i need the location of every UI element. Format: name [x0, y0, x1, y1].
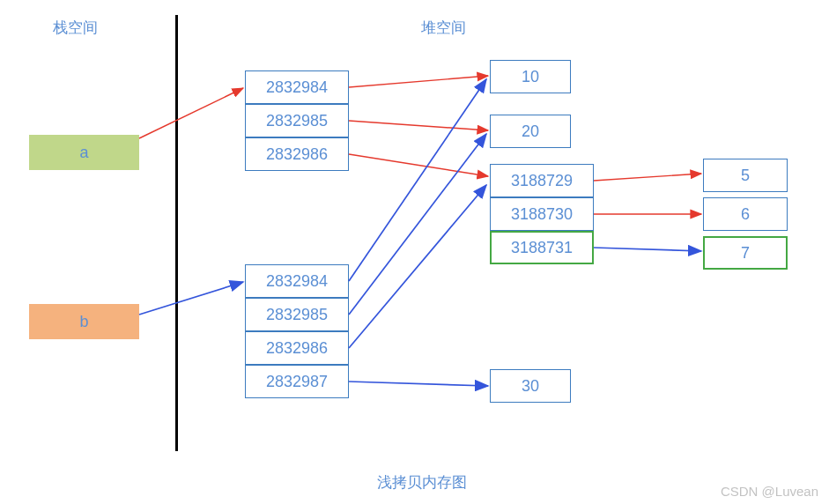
sub-value-7: 7	[703, 236, 788, 270]
list-a-item-0: 2832984	[245, 70, 349, 104]
sublist-item-0: 3188729	[490, 164, 594, 197]
arrow-b2-to-sub	[349, 185, 486, 348]
heap-value-20: 20	[490, 115, 571, 148]
heap-value-10: 10	[490, 60, 571, 93]
sub-value-6: 6	[703, 197, 788, 231]
arrow-a1-to-20	[349, 121, 488, 130]
arrow-b1-to-20	[349, 134, 486, 315]
sublist-item-2: 3188731	[490, 231, 594, 264]
sub-value-5: 5	[703, 159, 788, 192]
arrow-sub0-to-5	[594, 174, 701, 181]
list-b-item-2: 2832986	[245, 331, 349, 365]
stack-heap-divider	[175, 15, 178, 451]
variable-a: a	[29, 135, 139, 170]
arrow-a0-to-10	[349, 76, 488, 87]
list-b-item-0: 2832984	[245, 264, 349, 298]
watermark: CSDN @Luvean	[721, 484, 818, 499]
variable-b: b	[29, 304, 139, 339]
list-b-item-3: 2832987	[245, 365, 349, 398]
list-a-item-1: 2832985	[245, 104, 349, 137]
arrow-sub2-to-7	[594, 248, 701, 251]
arrow-a-to-list	[139, 88, 243, 138]
arrow-b-to-list	[139, 282, 243, 315]
heap-value-30: 30	[490, 369, 571, 403]
list-a-item-2: 2832986	[245, 137, 349, 171]
arrow-a2-to-sub	[349, 154, 488, 176]
arrow-b0-to-10	[349, 79, 486, 281]
sublist-item-1: 3188730	[490, 197, 594, 231]
arrow-b3-to-30	[349, 382, 488, 386]
heap-title: 堆空间	[421, 18, 466, 38]
list-b-item-1: 2832985	[245, 298, 349, 331]
stack-title: 栈空间	[53, 18, 98, 38]
caption: 浅拷贝内存图	[377, 472, 467, 493]
